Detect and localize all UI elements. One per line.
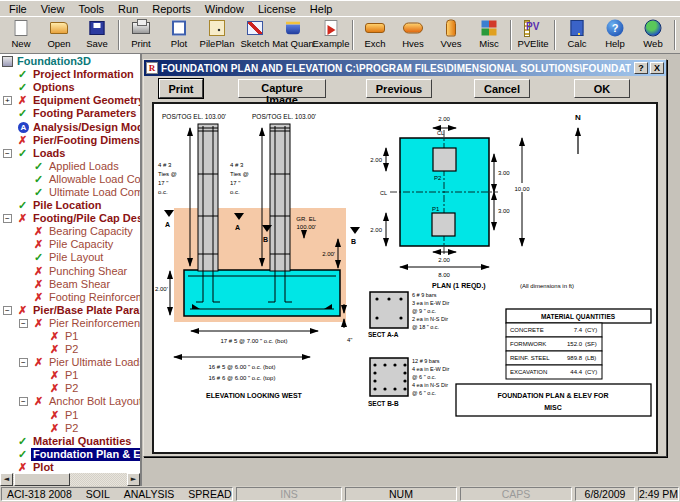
cross-icon: ✗ bbox=[18, 305, 31, 316]
help-icon bbox=[605, 19, 625, 37]
collapse-icon[interactable]: − bbox=[19, 319, 28, 328]
tree-item-options[interactable]: ✓Options bbox=[0, 81, 140, 94]
check-icon: ✓ bbox=[34, 252, 47, 263]
svg-text:CONCRETE: CONCRETE bbox=[510, 327, 544, 333]
scrollbar-thumb[interactable] bbox=[14, 473, 70, 486]
tree-item-beam-shear[interactable]: ✗Beam Shear bbox=[0, 278, 140, 291]
toolbar-plot-button[interactable]: Plot bbox=[160, 17, 198, 53]
tree-item-p2[interactable]: ✗P2 bbox=[0, 422, 140, 435]
toolbar-pileplan-button[interactable]: PilePlan bbox=[198, 17, 236, 53]
pier-p2-plan bbox=[433, 148, 456, 171]
toolbar-web-button[interactable]: Web bbox=[634, 17, 672, 53]
collapse-icon[interactable]: − bbox=[3, 306, 12, 315]
tree-item-ultimate-load-combs[interactable]: ✓Ultimate Load Combs bbox=[0, 186, 140, 199]
scroll-left-icon[interactable]: ◄ bbox=[0, 473, 13, 486]
toolbar-example-button[interactable]: Example bbox=[312, 17, 350, 53]
toolbar-exch-button[interactable]: Exch bbox=[356, 17, 394, 53]
toolbar-calc-button[interactable]: Calc bbox=[558, 17, 596, 53]
ok-button[interactable]: OK bbox=[574, 79, 630, 98]
tree-item-footing-reinforcement[interactable]: ✗Footing Reinforcement bbox=[0, 291, 140, 304]
tree-item-analysis-design-mode[interactable]: AAnalysis/Design Mode bbox=[0, 120, 140, 133]
toolbar-button-label: PVElite bbox=[517, 38, 548, 49]
tree-item-label: Ultimate Load Combs bbox=[47, 186, 140, 199]
tree-item-anchor-bolt-layout[interactable]: −✗Anchor Bolt Layout bbox=[0, 395, 140, 408]
tree-item-p1[interactable]: ✗P1 bbox=[0, 330, 140, 343]
check-icon: ✓ bbox=[18, 449, 31, 460]
previous-button[interactable]: Previous bbox=[366, 79, 432, 98]
svg-text:A: A bbox=[165, 221, 170, 228]
tree-item-pier-reinforcement[interactable]: −✗Pier Reinforcement bbox=[0, 317, 140, 330]
cancel-button[interactable]: Cancel bbox=[474, 79, 530, 98]
pier-1-elevation bbox=[198, 124, 218, 271]
tree-item-loads[interactable]: −✓Loads bbox=[0, 147, 140, 160]
tree-item-equipment-geometry[interactable]: +✗Equipment Geometry bbox=[0, 94, 140, 107]
toolbar-misc-button[interactable]: Misc bbox=[470, 17, 508, 53]
close-icon[interactable]: X bbox=[650, 62, 664, 74]
menu-run[interactable]: Run bbox=[111, 2, 145, 16]
collapse-icon[interactable]: − bbox=[19, 358, 28, 367]
tree-item-p1[interactable]: ✗P1 bbox=[0, 369, 140, 382]
tree-horizontal-scrollbar[interactable]: ◄ ► bbox=[0, 473, 140, 486]
menu-reports[interactable]: Reports bbox=[145, 2, 198, 16]
tree-item-pile-layout[interactable]: ✓Pile Layout bbox=[0, 251, 140, 264]
tree-item-pier-footing-dimensions[interactable]: ✗Pier/Footing Dimensions bbox=[0, 134, 140, 147]
toolbar-button-label: New bbox=[11, 38, 30, 49]
tree-item-foundation-plan-elev[interactable]: ✓Foundation Plan & Elev bbox=[0, 448, 140, 461]
tree-item-footing-parameters[interactable]: ✓Footing Parameters bbox=[0, 107, 140, 120]
toolbar-vves-button[interactable]: Vves bbox=[432, 17, 470, 53]
menu-help[interactable]: Help bbox=[303, 2, 340, 16]
tree-item-label: Foundation Plan & Elev bbox=[31, 448, 140, 461]
toolbar-save-button[interactable]: Save bbox=[78, 17, 116, 53]
capture-image-button[interactable]: Capture Image bbox=[238, 79, 326, 98]
centerline-left-label: CL bbox=[380, 190, 387, 196]
menu-window[interactable]: Window bbox=[198, 2, 251, 16]
tree-item-pile-capacity[interactable]: ✗Pile Capacity bbox=[0, 238, 140, 251]
tree-item-pier-ultimate-loads[interactable]: −✗Pier Ultimate Loads bbox=[0, 356, 140, 369]
toolbar-open-button[interactable]: Open bbox=[40, 17, 78, 53]
tree-item-foundation3d[interactable]: Foundation3D bbox=[0, 55, 140, 68]
open-icon bbox=[49, 19, 69, 37]
collapse-icon[interactable]: − bbox=[3, 214, 12, 223]
menu-file[interactable]: File bbox=[2, 2, 34, 16]
menu-view[interactable]: View bbox=[34, 2, 72, 16]
tree-item-material-quantities[interactable]: ✓Material Quantities bbox=[0, 435, 140, 448]
menu-license[interactable]: License bbox=[251, 2, 303, 16]
toolbar-pvelite-button[interactable]: PVElite bbox=[514, 17, 552, 53]
toolbar-new-button[interactable]: New bbox=[2, 17, 40, 53]
menu-tools[interactable]: Tools bbox=[71, 2, 111, 16]
dialog-titlebar[interactable]: R FOUNDATION PLAN AND ELEVATION C:\PROGR… bbox=[144, 60, 666, 76]
toolbar-button-label: Sketch bbox=[240, 38, 269, 49]
pier-p2-label: P2 bbox=[434, 175, 442, 181]
toolbar-help-button[interactable]: Help bbox=[596, 17, 634, 53]
tree-item-applied-loads[interactable]: ✓Applied Loads bbox=[0, 160, 140, 173]
tree-item-punching-shear[interactable]: ✗Punching Shear bbox=[0, 265, 140, 278]
application-window: FileViewToolsRunReportsWindowLicenseHelp… bbox=[0, 0, 680, 502]
toolbar-print-button[interactable]: Print bbox=[122, 17, 160, 53]
svg-text:3 ea in E-W Dir: 3 ea in E-W Dir bbox=[412, 300, 449, 306]
svg-text:(LB): (LB) bbox=[585, 355, 596, 361]
tree-item-project-information[interactable]: ✓Project Information bbox=[0, 68, 140, 81]
cross-icon: ✗ bbox=[34, 357, 47, 368]
toolbar-hves-button[interactable]: Hves bbox=[394, 17, 432, 53]
toolbar-separator bbox=[554, 20, 556, 50]
tree-item-footing-pile-cap-design-pa[interactable]: −✗Footing/Pile Cap Design Pa bbox=[0, 212, 140, 225]
toolbar-sketch-button[interactable]: Sketch bbox=[236, 17, 274, 53]
scroll-right-icon[interactable]: ► bbox=[127, 473, 140, 486]
tree-item-bearing-capacity[interactable]: ✗Bearing Capacity bbox=[0, 225, 140, 238]
help-titlebar-button[interactable]: ? bbox=[634, 62, 648, 74]
tree-item-pier-base-plate-parameters[interactable]: −✗Pier/Base Plate Parameters bbox=[0, 304, 140, 317]
tree-item-p1[interactable]: ✗P1 bbox=[0, 409, 140, 422]
scrollbar-track[interactable] bbox=[13, 473, 127, 486]
tree-item-p2[interactable]: ✗P2 bbox=[0, 382, 140, 395]
pier2-top-elevation-label: POS/TOG EL. 103.00' bbox=[252, 113, 316, 120]
print-button[interactable]: Print bbox=[159, 79, 203, 98]
collapse-icon[interactable]: − bbox=[3, 149, 12, 158]
tree-item-p2[interactable]: ✗P2 bbox=[0, 343, 140, 356]
toolbar-mat-quan-button[interactable]: Mat Quan bbox=[274, 17, 312, 53]
tree-item-pile-location[interactable]: ✓Pile Location bbox=[0, 199, 140, 212]
top-rebar-ns-dim: 16 # 6 @ 6.00 " o.c. (top) bbox=[209, 375, 276, 381]
web-icon bbox=[643, 19, 663, 37]
tree-item-allowable-load-combs[interactable]: ✓Allowable Load Combs bbox=[0, 173, 140, 186]
collapse-icon[interactable]: − bbox=[19, 397, 28, 406]
expand-icon[interactable]: + bbox=[3, 96, 12, 105]
